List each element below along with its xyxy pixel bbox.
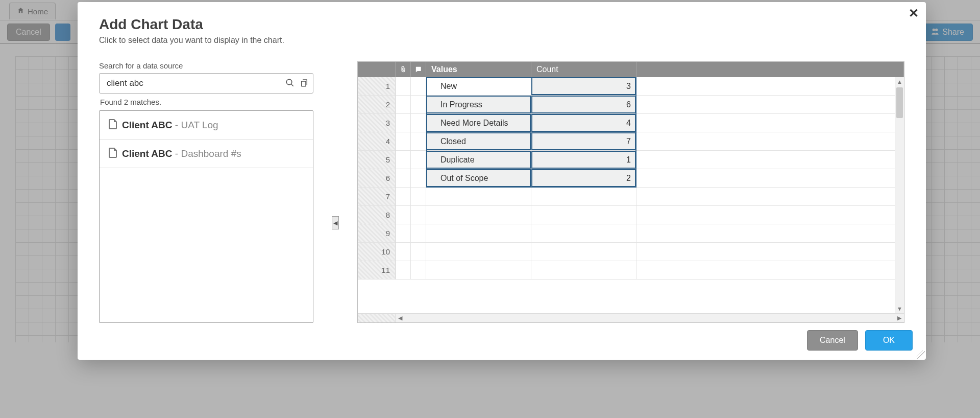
cell-empty[interactable] bbox=[636, 188, 904, 205]
scroll-up-icon[interactable]: ▲ bbox=[895, 77, 904, 86]
table-row[interactable]: New 3 bbox=[396, 77, 904, 96]
cell-comment[interactable] bbox=[411, 151, 426, 169]
cell-comment[interactable] bbox=[411, 188, 426, 205]
row-number[interactable]: 3 bbox=[358, 114, 396, 132]
cell-value[interactable]: Out of Scope bbox=[426, 169, 531, 187]
cell-value[interactable]: Closed bbox=[426, 132, 531, 150]
cell-comment[interactable] bbox=[411, 243, 426, 261]
vertical-scrollbar[interactable]: ▲ ▼ bbox=[895, 77, 904, 313]
cell-attachment[interactable] bbox=[396, 243, 411, 261]
search-result-item[interactable]: Client ABC - Dashboard #s bbox=[100, 140, 313, 168]
cell-attachment[interactable] bbox=[396, 114, 411, 132]
cell-value[interactable] bbox=[426, 243, 531, 261]
cell-empty[interactable] bbox=[636, 151, 904, 169]
cell-value[interactable]: Duplicate bbox=[426, 151, 531, 169]
copy-icon[interactable] bbox=[300, 78, 309, 89]
cell-empty[interactable] bbox=[636, 243, 904, 261]
cancel-button[interactable]: Cancel bbox=[807, 330, 858, 351]
cell-attachment[interactable] bbox=[396, 169, 411, 187]
table-row[interactable] bbox=[396, 188, 904, 206]
header-values[interactable]: Values bbox=[426, 62, 531, 77]
resize-grip-icon[interactable] bbox=[917, 351, 925, 359]
row-number[interactable]: 4 bbox=[358, 132, 396, 151]
cell-attachment[interactable] bbox=[396, 261, 411, 279]
cell-empty[interactable] bbox=[636, 114, 904, 132]
table-row[interactable] bbox=[396, 243, 904, 261]
table-row[interactable] bbox=[396, 206, 904, 224]
cell-attachment[interactable] bbox=[396, 224, 411, 242]
scroll-thumb[interactable] bbox=[896, 87, 903, 118]
cell-comment[interactable] bbox=[411, 132, 426, 150]
row-number[interactable]: 2 bbox=[358, 96, 396, 114]
row-number[interactable]: 9 bbox=[358, 224, 396, 243]
cell-empty[interactable] bbox=[636, 77, 904, 95]
cell-comment[interactable] bbox=[411, 96, 426, 113]
header-corner[interactable] bbox=[358, 62, 396, 77]
cell-comment[interactable] bbox=[411, 114, 426, 132]
scroll-right-icon[interactable]: ▶ bbox=[895, 315, 904, 321]
scroll-left-icon[interactable]: ◀ bbox=[396, 315, 405, 321]
cell-attachment[interactable] bbox=[396, 132, 411, 150]
cell-count[interactable]: 7 bbox=[531, 132, 636, 150]
row-number[interactable]: 1 bbox=[358, 77, 396, 96]
search-icon[interactable] bbox=[285, 78, 295, 89]
cell-count[interactable]: 2 bbox=[531, 169, 636, 187]
cell-attachment[interactable] bbox=[396, 188, 411, 205]
cell-comment[interactable] bbox=[411, 77, 426, 95]
cell-empty[interactable] bbox=[636, 96, 904, 113]
cell-count[interactable]: 3 bbox=[531, 77, 636, 95]
cell-attachment[interactable] bbox=[396, 151, 411, 169]
row-number[interactable]: 5 bbox=[358, 151, 396, 169]
search-result-item[interactable]: Client ABC - UAT Log bbox=[100, 111, 313, 140]
cell-value[interactable] bbox=[426, 224, 531, 242]
cell-attachment[interactable] bbox=[396, 96, 411, 113]
table-row[interactable]: Out of Scope 2 bbox=[396, 169, 904, 188]
table-row[interactable]: Duplicate 1 bbox=[396, 151, 904, 169]
horizontal-scrollbar[interactable]: ◀ ▶ bbox=[358, 313, 904, 322]
cell-count[interactable]: 6 bbox=[531, 96, 636, 113]
ok-button[interactable]: OK bbox=[865, 330, 913, 351]
cell-empty[interactable] bbox=[636, 261, 904, 279]
cell-value[interactable]: New bbox=[426, 77, 531, 95]
cell-count[interactable] bbox=[531, 224, 636, 242]
row-number[interactable]: 8 bbox=[358, 206, 396, 224]
cell-comment[interactable] bbox=[411, 261, 426, 279]
header-comment-icon[interactable] bbox=[411, 62, 426, 77]
scroll-down-icon[interactable]: ▼ bbox=[895, 304, 904, 313]
cell-value[interactable] bbox=[426, 188, 531, 205]
cell-value[interactable] bbox=[426, 261, 531, 279]
search-input[interactable] bbox=[106, 78, 285, 89]
row-number[interactable]: 10 bbox=[358, 243, 396, 261]
cell-empty[interactable] bbox=[636, 169, 904, 187]
cell-attachment[interactable] bbox=[396, 77, 411, 95]
cell-value[interactable] bbox=[426, 206, 531, 224]
cell-empty[interactable] bbox=[636, 132, 904, 150]
cell-attachment[interactable] bbox=[396, 206, 411, 224]
cell-comment[interactable] bbox=[411, 206, 426, 224]
splitter-collapse-left[interactable]: ◀ bbox=[332, 216, 339, 229]
cell-value[interactable]: In Progress bbox=[426, 96, 531, 113]
row-number[interactable]: 6 bbox=[358, 169, 396, 188]
cell-value[interactable]: Need More Details bbox=[426, 114, 531, 132]
table-row[interactable] bbox=[396, 261, 904, 280]
cell-empty[interactable] bbox=[636, 206, 904, 224]
table-row[interactable] bbox=[396, 224, 904, 243]
cell-count[interactable]: 1 bbox=[531, 151, 636, 169]
cell-empty[interactable] bbox=[636, 224, 904, 242]
row-number-gutter: 1 2 3 4 5 6 7 8 9 10 11 bbox=[358, 77, 396, 313]
table-row[interactable]: In Progress 6 bbox=[396, 96, 904, 114]
header-attachment-icon[interactable] bbox=[396, 62, 411, 77]
table-row[interactable]: Closed 7 bbox=[396, 132, 904, 151]
cell-count[interactable] bbox=[531, 188, 636, 205]
cell-count[interactable]: 4 bbox=[531, 114, 636, 132]
header-count[interactable]: Count bbox=[531, 62, 636, 77]
table-row[interactable]: Need More Details 4 bbox=[396, 114, 904, 132]
row-number[interactable]: 11 bbox=[358, 261, 396, 280]
cell-count[interactable] bbox=[531, 243, 636, 261]
cell-count[interactable] bbox=[531, 206, 636, 224]
cell-comment[interactable] bbox=[411, 224, 426, 242]
close-icon[interactable]: ✕ bbox=[909, 7, 919, 19]
cell-count[interactable] bbox=[531, 261, 636, 279]
row-number[interactable]: 7 bbox=[358, 188, 396, 206]
cell-comment[interactable] bbox=[411, 169, 426, 187]
